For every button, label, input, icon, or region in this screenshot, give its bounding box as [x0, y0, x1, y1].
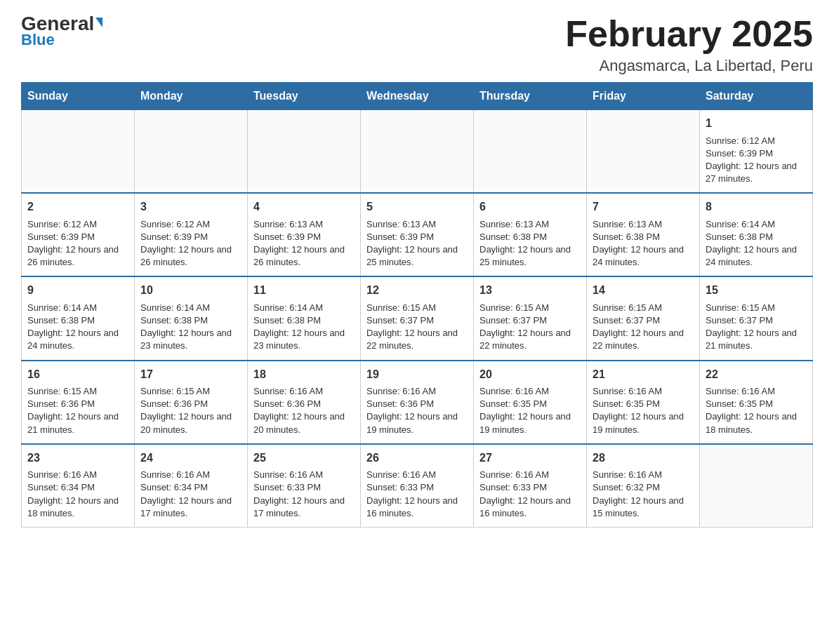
calendar-cell: 1Sunrise: 6:12 AM Sunset: 6:39 PM Daylig…	[700, 110, 813, 194]
day-number: 3	[140, 199, 241, 215]
day-info: Sunrise: 6:13 AM Sunset: 6:38 PM Dayligh…	[479, 218, 581, 269]
day-number: 17	[140, 367, 241, 382]
day-number: 4	[253, 199, 355, 215]
day-number: 14	[593, 283, 694, 298]
calendar-cell: 17Sunrise: 6:15 AM Sunset: 6:36 PM Dayli…	[135, 361, 248, 444]
day-number: 6	[479, 199, 581, 215]
day-info: Sunrise: 6:16 AM Sunset: 6:34 PM Dayligh…	[140, 469, 241, 520]
location-title: Angasmarca, La Libertad, Peru	[565, 57, 813, 75]
day-info: Sunrise: 6:16 AM Sunset: 6:35 PM Dayligh…	[479, 385, 581, 436]
day-number: 27	[479, 450, 581, 466]
calendar-cell	[700, 444, 813, 528]
day-number: 2	[27, 199, 128, 215]
calendar-cell: 22Sunrise: 6:16 AM Sunset: 6:35 PM Dayli…	[700, 361, 813, 444]
calendar-cell: 8Sunrise: 6:14 AM Sunset: 6:38 PM Daylig…	[700, 193, 813, 276]
day-number: 26	[366, 450, 468, 466]
calendar-cell: 14Sunrise: 6:15 AM Sunset: 6:37 PM Dayli…	[587, 276, 700, 360]
logo-blue: Blue	[21, 31, 55, 49]
header-sunday: Sunday	[22, 83, 135, 110]
calendar-cell	[248, 110, 361, 194]
calendar-cell: 21Sunrise: 6:16 AM Sunset: 6:35 PM Dayli…	[587, 361, 700, 444]
calendar-cell: 11Sunrise: 6:14 AM Sunset: 6:38 PM Dayli…	[248, 276, 361, 360]
day-info: Sunrise: 6:16 AM Sunset: 6:36 PM Dayligh…	[253, 385, 355, 436]
calendar-cell	[135, 110, 248, 194]
day-number: 7	[593, 199, 694, 215]
day-number: 24	[140, 450, 241, 466]
calendar-cell: 18Sunrise: 6:16 AM Sunset: 6:36 PM Dayli…	[248, 361, 361, 444]
calendar-cell: 4Sunrise: 6:13 AM Sunset: 6:39 PM Daylig…	[248, 193, 361, 276]
day-info: Sunrise: 6:15 AM Sunset: 6:37 PM Dayligh…	[366, 302, 468, 353]
calendar-cell	[22, 110, 135, 194]
day-info: Sunrise: 6:16 AM Sunset: 6:33 PM Dayligh…	[479, 469, 581, 520]
day-number: 11	[253, 283, 355, 298]
day-info: Sunrise: 6:16 AM Sunset: 6:33 PM Dayligh…	[253, 469, 355, 520]
day-number: 9	[27, 283, 128, 298]
day-number: 28	[593, 450, 694, 466]
header-friday: Friday	[587, 83, 700, 110]
day-info: Sunrise: 6:15 AM Sunset: 6:37 PM Dayligh…	[479, 302, 581, 353]
day-number: 22	[706, 367, 807, 382]
day-info: Sunrise: 6:13 AM Sunset: 6:39 PM Dayligh…	[253, 218, 355, 269]
weekday-header-row: Sunday Monday Tuesday Wednesday Thursday…	[22, 83, 813, 110]
day-number: 21	[593, 367, 694, 382]
day-info: Sunrise: 6:15 AM Sunset: 6:37 PM Dayligh…	[706, 302, 807, 353]
day-info: Sunrise: 6:15 AM Sunset: 6:37 PM Dayligh…	[593, 302, 694, 353]
calendar-cell: 3Sunrise: 6:12 AM Sunset: 6:39 PM Daylig…	[135, 193, 248, 276]
header-wednesday: Wednesday	[361, 83, 474, 110]
month-title: February 2025	[565, 14, 813, 54]
calendar-week-row: 1Sunrise: 6:12 AM Sunset: 6:39 PM Daylig…	[22, 110, 813, 194]
day-info: Sunrise: 6:16 AM Sunset: 6:34 PM Dayligh…	[27, 469, 128, 520]
header-monday: Monday	[135, 83, 248, 110]
day-number: 1	[706, 116, 807, 131]
day-info: Sunrise: 6:16 AM Sunset: 6:33 PM Dayligh…	[366, 469, 468, 520]
day-info: Sunrise: 6:13 AM Sunset: 6:38 PM Dayligh…	[593, 218, 694, 269]
calendar-cell: 28Sunrise: 6:16 AM Sunset: 6:32 PM Dayli…	[587, 444, 700, 528]
day-number: 5	[366, 199, 468, 215]
header-tuesday: Tuesday	[248, 83, 361, 110]
header-thursday: Thursday	[474, 83, 587, 110]
calendar-cell: 7Sunrise: 6:13 AM Sunset: 6:38 PM Daylig…	[587, 193, 700, 276]
calendar-cell	[587, 110, 700, 194]
calendar-cell	[474, 110, 587, 194]
day-number: 16	[27, 367, 128, 382]
page-header: General Blue February 2025 Angasmarca, L…	[21, 14, 813, 75]
day-info: Sunrise: 6:14 AM Sunset: 6:38 PM Dayligh…	[140, 302, 241, 353]
calendar-cell: 6Sunrise: 6:13 AM Sunset: 6:38 PM Daylig…	[474, 193, 587, 276]
logo-triangle-icon	[95, 18, 102, 27]
day-info: Sunrise: 6:14 AM Sunset: 6:38 PM Dayligh…	[706, 218, 807, 269]
day-info: Sunrise: 6:16 AM Sunset: 6:35 PM Dayligh…	[593, 385, 694, 436]
calendar-cell: 23Sunrise: 6:16 AM Sunset: 6:34 PM Dayli…	[22, 444, 135, 528]
calendar-cell: 26Sunrise: 6:16 AM Sunset: 6:33 PM Dayli…	[361, 444, 474, 528]
calendar-cell: 10Sunrise: 6:14 AM Sunset: 6:38 PM Dayli…	[135, 276, 248, 360]
day-info: Sunrise: 6:14 AM Sunset: 6:38 PM Dayligh…	[253, 302, 355, 353]
calendar-cell: 13Sunrise: 6:15 AM Sunset: 6:37 PM Dayli…	[474, 276, 587, 360]
day-info: Sunrise: 6:12 AM Sunset: 6:39 PM Dayligh…	[706, 135, 807, 186]
calendar-week-row: 9Sunrise: 6:14 AM Sunset: 6:38 PM Daylig…	[22, 276, 813, 360]
day-info: Sunrise: 6:13 AM Sunset: 6:39 PM Dayligh…	[366, 218, 468, 269]
calendar-week-row: 2Sunrise: 6:12 AM Sunset: 6:39 PM Daylig…	[22, 193, 813, 276]
day-info: Sunrise: 6:15 AM Sunset: 6:36 PM Dayligh…	[140, 385, 241, 436]
calendar-table: Sunday Monday Tuesday Wednesday Thursday…	[21, 82, 813, 528]
calendar-cell: 2Sunrise: 6:12 AM Sunset: 6:39 PM Daylig…	[22, 193, 135, 276]
day-number: 25	[253, 450, 355, 466]
day-number: 19	[366, 367, 468, 382]
day-number: 18	[253, 367, 355, 382]
calendar-cell: 25Sunrise: 6:16 AM Sunset: 6:33 PM Dayli…	[248, 444, 361, 528]
title-section: February 2025 Angasmarca, La Libertad, P…	[565, 14, 813, 75]
day-info: Sunrise: 6:16 AM Sunset: 6:36 PM Dayligh…	[366, 385, 468, 436]
calendar-cell: 19Sunrise: 6:16 AM Sunset: 6:36 PM Dayli…	[361, 361, 474, 444]
calendar-cell: 27Sunrise: 6:16 AM Sunset: 6:33 PM Dayli…	[474, 444, 587, 528]
calendar-week-row: 16Sunrise: 6:15 AM Sunset: 6:36 PM Dayli…	[22, 361, 813, 444]
day-number: 10	[140, 283, 241, 298]
day-info: Sunrise: 6:16 AM Sunset: 6:35 PM Dayligh…	[706, 385, 807, 436]
day-info: Sunrise: 6:15 AM Sunset: 6:36 PM Dayligh…	[27, 385, 128, 436]
calendar-cell: 5Sunrise: 6:13 AM Sunset: 6:39 PM Daylig…	[361, 193, 474, 276]
calendar-cell	[361, 110, 474, 194]
day-info: Sunrise: 6:16 AM Sunset: 6:32 PM Dayligh…	[593, 469, 694, 520]
day-info: Sunrise: 6:12 AM Sunset: 6:39 PM Dayligh…	[27, 218, 128, 269]
day-number: 12	[366, 283, 468, 298]
calendar-cell: 24Sunrise: 6:16 AM Sunset: 6:34 PM Dayli…	[135, 444, 248, 528]
calendar-cell: 16Sunrise: 6:15 AM Sunset: 6:36 PM Dayli…	[22, 361, 135, 444]
day-number: 23	[27, 450, 128, 466]
calendar-cell: 20Sunrise: 6:16 AM Sunset: 6:35 PM Dayli…	[474, 361, 587, 444]
